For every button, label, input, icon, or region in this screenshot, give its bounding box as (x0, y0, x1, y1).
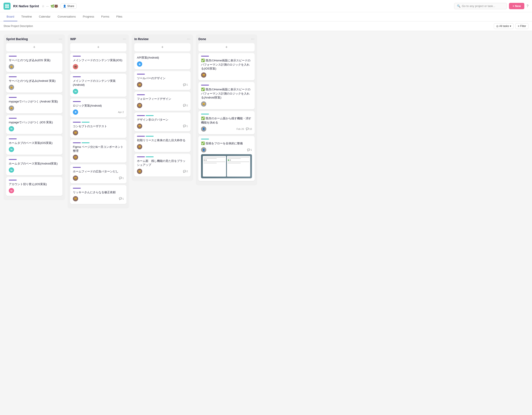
tab-files[interactable]: Files (113, 12, 125, 21)
card-title: メインフィードのコンテンツ実装(iOS) (73, 58, 124, 62)
tag-teal (82, 142, 90, 143)
comment-icon: 💬 (246, 128, 249, 130)
add-card-button[interactable]: + (6, 43, 62, 51)
card[interactable]: mypageでバッジがつく (Android 実装)🐱 (6, 94, 62, 113)
card[interactable]: ホーム面 残し機能の見た目をブラッシュアップ😺💬2 (134, 154, 190, 176)
mock-screen-2 (227, 156, 250, 176)
card[interactable]: ホームフィードの広告パターンだし😺💬1 (70, 164, 126, 183)
card-tags (9, 97, 60, 98)
card-title: ホームタブのベース実装(Android実装) (9, 162, 60, 166)
card[interactable]: サーバとのつなぎ込み(iOS 実装)🐱 (6, 53, 62, 72)
svg-rect-3 (7, 6, 9, 8)
card-tags (73, 76, 124, 77)
more-icon[interactable]: ··· (46, 4, 49, 8)
card[interactable]: ✅既存のHome画面に表示スピードのパフォーマンス計測のロジックを入れる(And… (198, 82, 255, 109)
card[interactable]: フォローフィードデザイン😺💬2 (134, 92, 190, 111)
card[interactable]: メインフィードのコンテンツ実装(Android)ta (70, 74, 126, 97)
card-title: ✅既存のHome画面に表示スピードのパフォーマンス計測のロジックを入れる(And… (201, 87, 252, 100)
avatar: 😺 (73, 155, 78, 160)
card-title: メインフィードのコンテンツ実装(Android) (73, 79, 124, 87)
card[interactable]: ロジック実装(Android)⊕Apr 2 (70, 99, 126, 117)
tab-conversations[interactable]: Conversations (54, 12, 79, 21)
avatar: 😺 (73, 130, 78, 135)
card[interactable]: コンセプトのユーザテスト😺 (70, 119, 126, 138)
card-tags (73, 167, 124, 168)
filter-icon: ≡ (518, 25, 519, 28)
card-tags (73, 56, 124, 56)
nav-tabs: Board Timeline Calendar Conversations Pr… (0, 12, 532, 21)
tab-timeline[interactable]: Timeline (18, 12, 35, 21)
card[interactable]: メインフィードのコンテンツ実装(iOS)🐻 (70, 53, 126, 72)
card[interactable]: Figma ページ分け&一旦コンポーネント整理😺 (70, 140, 126, 163)
card-meta: Feb 26💬10 (237, 128, 252, 130)
card-tags (201, 56, 252, 56)
card-comments: 💬1 (119, 176, 124, 179)
card-comments: 💬1 (183, 83, 188, 86)
avatar: 🐱 (201, 101, 206, 107)
column-more-icon[interactable]: ··· (251, 37, 255, 41)
avatar: 🐱 (9, 85, 14, 90)
comment-icon: 💬 (183, 170, 186, 173)
avatar: 🐱 (9, 64, 14, 69)
column-more-icon[interactable]: ··· (187, 37, 190, 41)
help-icon[interactable]: ? (526, 4, 529, 8)
column-more-icon[interactable]: ··· (123, 37, 126, 41)
comment-icon: 💬 (119, 197, 122, 200)
star-icon[interactable]: ☆ (42, 4, 45, 8)
card[interactable]: サーバとのつなぎ込み(Android 実装)🐱 (6, 74, 62, 92)
card-tags (137, 74, 188, 74)
svg-rect-2 (5, 6, 7, 8)
card-footer: ta (73, 89, 124, 94)
add-card-button[interactable]: + (198, 43, 255, 51)
card-footer: 😺 (137, 144, 188, 149)
add-card-button[interactable]: + (70, 43, 126, 51)
card-title: Figma ページ分け&一旦コンポーネント整理 (73, 145, 124, 153)
card[interactable]: mypageでバッジがつく (iOS 実装)ta (6, 115, 62, 134)
cards-list: メインフィードのコンテンツ実装(iOS)🐻メインフィードのコンテンツ実装(And… (70, 53, 126, 206)
card[interactable]: ホームタブのベース実装(iOS実装)ta (6, 136, 62, 155)
card-footer: 😺 (73, 130, 124, 135)
avatar: 😺 (137, 144, 142, 149)
card[interactable]: 初期リリースと将来の見た目大枠作る😺 (134, 133, 190, 152)
card[interactable]: API実装(Android)⊕ (134, 53, 190, 69)
svg-rect-1 (7, 4, 9, 6)
tab-progress[interactable]: Progress (80, 12, 97, 21)
card[interactable]: アカウント切り替え(iOS実装)ry (6, 177, 62, 196)
new-button[interactable]: + New (509, 3, 524, 9)
avatar: ⊕ (137, 61, 142, 67)
card-footer: 👤Feb 26💬10 (201, 126, 252, 132)
show-project-description[interactable]: Show Project Description (3, 25, 33, 28)
filter-button[interactable]: ≡ Filter (515, 23, 529, 29)
avatar: 😺 (137, 82, 142, 87)
all-tasks-button[interactable]: ◎ All tasks ▾ (494, 23, 514, 29)
card[interactable]: ホームタブのベース実装(Android実装)ta (6, 157, 62, 175)
search-box[interactable]: 🔍 Go to any project or task... (454, 3, 507, 9)
add-card-button[interactable]: + (134, 43, 190, 51)
card-tags (137, 115, 188, 116)
card-title: フォローフィードデザイン (137, 97, 188, 101)
avatar: 😺 (137, 103, 142, 108)
project-title: RX Native Sprint (13, 4, 39, 8)
app-icon (3, 3, 10, 10)
card[interactable]: デザイン非ログパターン😺💬1 (134, 112, 190, 131)
tab-calendar[interactable]: Calendar (36, 12, 54, 21)
tab-board[interactable]: Board (3, 12, 17, 21)
avatar: ta (73, 89, 78, 94)
column-wip: WIP ··· + メインフィードのコンテンツ実装(iOS)🐻メインフィードのコ… (68, 34, 129, 208)
column-more-icon[interactable]: ··· (59, 37, 62, 41)
card[interactable]: ✅既存のHome画面に表示スピードのパフォーマンス計測のロジックを入れる(iOS… (198, 53, 255, 80)
card-comments: 💬10 (246, 128, 252, 130)
card[interactable]: ✅投稿をフローを全体的に整備👤💬1 (198, 136, 255, 181)
cards-list: API実装(Android)⊕ツールバーのデザイン😺💬1フォローフィードデザイン… (134, 53, 190, 178)
card-tags (73, 101, 124, 102)
card[interactable]: ✅既存のホーム面から残す機能・消す機能を決める👤Feb 26💬10 (198, 111, 255, 134)
tab-forms[interactable]: Forms (98, 12, 112, 21)
column-header: In Review ··· (134, 37, 190, 41)
share-button[interactable]: 👤 Share (61, 3, 76, 9)
card[interactable]: リッキーさんにさらなる修正依頼😺💬1 (70, 185, 126, 204)
card[interactable]: ツールバーのデザイン😺💬1 (134, 71, 190, 90)
column-sprint-backlog: Sprint Backlog ··· + サーバとのつなぎ込み(iOS 実装)🐱… (3, 34, 65, 200)
avatar: 👤 (201, 126, 206, 132)
cards-list: サーバとのつなぎ込み(iOS 実装)🐱サーバとのつなぎ込み(Android 実装… (6, 53, 62, 198)
card-footer: 😺💬1 (137, 82, 188, 87)
